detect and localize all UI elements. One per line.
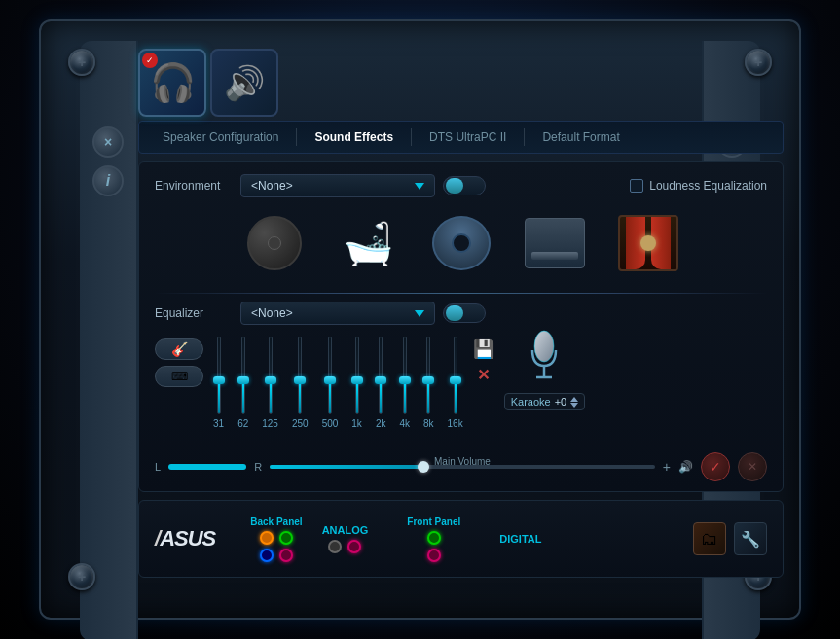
eq-guitar-button[interactable]: 🎸 (155, 338, 203, 360)
cancel-button[interactable]: ✕ (738, 452, 767, 481)
wrench-button[interactable]: 🔧 (734, 522, 767, 555)
env-icon-theater[interactable] (609, 209, 687, 277)
analog-dot-2[interactable] (347, 540, 361, 553)
eq-slider-track-500[interactable] (328, 337, 332, 414)
bottom-right-icons: 🗂 🔧 (693, 522, 767, 555)
folder-button[interactable]: 🗂 (693, 522, 726, 555)
eq-slider-track-250[interactable] (298, 337, 302, 414)
front-panel-label: Front Panel (407, 516, 460, 527)
eq-band-4k: 4k (399, 337, 410, 429)
env-icon-turntable[interactable] (422, 209, 500, 277)
asus-logo: /ASUS (155, 526, 215, 551)
eq-band-2k: 2k (376, 337, 386, 429)
eq-label-16k: 16k (448, 418, 463, 429)
front-panel-dots2 (427, 549, 441, 562)
eq-band-16k: 16k (448, 337, 463, 429)
confirm-button[interactable]: ✓ (701, 452, 730, 481)
env-icon-bathtub[interactable]: 🛁 (329, 209, 407, 277)
front-panel-group: Front Panel (407, 516, 460, 562)
front-panel-dot-green[interactable] (427, 531, 441, 545)
header-icons: ✓ 🎧 🔊 (138, 41, 784, 121)
tab-dts-ultrapc[interactable]: DTS UltraPC II (414, 124, 522, 150)
eq-slider-track-8k[interactable] (426, 337, 430, 414)
equalizer-dropdown-value: <None> (251, 306, 293, 320)
eq-slider-track-1k[interactable] (355, 337, 359, 414)
eq-slider-track-16k[interactable] (454, 337, 457, 414)
wrench-icon: 🔧 (741, 530, 760, 549)
left-side-button-1[interactable]: × (92, 126, 124, 158)
karaoke-increment-button[interactable] (570, 397, 578, 402)
back-panel-dot-green[interactable] (279, 531, 293, 545)
asus-logo-text: /ASUS (155, 526, 215, 551)
env-icon-disc[interactable] (236, 209, 313, 277)
back-panel-dot-blue[interactable] (260, 549, 274, 562)
karaoke-input-row: Karaoke +0 (504, 393, 586, 410)
eq-close-button[interactable]: ✕ (477, 366, 490, 384)
active-badge: ✓ (142, 53, 158, 68)
eq-label-250: 250 (292, 418, 309, 429)
volume-left-bar (168, 464, 246, 470)
eq-sliders-container: 31 62 (213, 329, 463, 437)
volume-plus-icon: + (663, 459, 671, 475)
equalizer-toggle[interactable] (443, 303, 486, 323)
eq-dropdown-arrow-icon (415, 310, 424, 317)
environment-dropdown-value: <None> (251, 179, 293, 193)
eq-slider-track-31[interactable] (217, 337, 221, 414)
eq-slider-track-125[interactable] (269, 337, 273, 414)
analog-dot-1[interactable] (328, 540, 342, 553)
eq-slider-track-2k[interactable] (379, 337, 383, 414)
eq-keyboard-button[interactable]: ⌨ (155, 366, 203, 387)
analog-dots (328, 540, 361, 553)
tab-sound-effects[interactable]: Sound Effects (299, 124, 409, 150)
volume-knob[interactable] (418, 461, 429, 473)
main-frame: × i × — ✓ 🎧 🔊 Speaker Configuration Soun… (39, 19, 801, 620)
headphone-icon-box[interactable]: ✓ 🎧 (138, 49, 206, 117)
volume-slider-container: Main Volume (270, 465, 655, 469)
volume-row: L R Main Volume + 🔊 ✓ (155, 444, 767, 489)
karaoke-section: Karaoke +0 (504, 329, 586, 410)
speaker-icon: 🔊 (224, 63, 265, 102)
front-panel-dots (427, 531, 441, 545)
karaoke-value: +0 (555, 396, 567, 408)
env-icon-box[interactable] (516, 209, 594, 277)
tab-default-format[interactable]: Default Format (527, 124, 635, 150)
analog-section: ANALOG (322, 524, 369, 553)
environment-dropdown[interactable]: <None> (240, 174, 435, 197)
loudness-checkbox[interactable] (630, 179, 643, 193)
environment-label: Environment (155, 179, 233, 193)
cancel-x-icon: ✕ (748, 460, 757, 474)
karaoke-spinbox (570, 397, 578, 408)
disc-icon (247, 216, 302, 270)
equalizer-dropdown[interactable]: <None> (240, 302, 435, 325)
environment-toggle[interactable] (443, 176, 486, 195)
volume-slider-track[interactable] (270, 465, 655, 469)
dropdown-arrow-icon (415, 183, 424, 190)
digital-label: DIGITAL (499, 533, 541, 545)
back-panel-dot-orange[interactable] (260, 531, 274, 545)
eq-slider-track-62[interactable] (241, 337, 245, 414)
back-panel-dot-pink[interactable] (279, 549, 293, 562)
volume-left-label: L (155, 461, 161, 473)
content-area: ✓ 🎧 🔊 Speaker Configuration Sound Effect… (138, 41, 784, 639)
bolt-top-left (68, 49, 95, 76)
confirm-check-icon: ✓ (710, 459, 721, 475)
environment-icons: 🛁 (155, 209, 767, 277)
eq-sliders: 31 62 (213, 329, 463, 437)
back-panel-dots-row2 (260, 549, 293, 562)
eq-side-buttons: 🎸 ⌨ (155, 338, 203, 387)
left-side-button-2[interactable]: i (92, 165, 124, 196)
loudness-row: Loudness Equalization (630, 179, 767, 193)
eq-save-button[interactable]: 💾 (473, 338, 494, 360)
guitar-icon: 🎸 (171, 341, 188, 357)
tab-speaker-config[interactable]: Speaker Configuration (147, 124, 294, 150)
karaoke-decrement-button[interactable] (570, 403, 578, 408)
nav-bar: Speaker Configuration Sound Effects DTS … (138, 121, 784, 154)
environment-row: Environment <None> Loudness Equalization (155, 174, 767, 197)
front-panel-dot-pink[interactable] (427, 549, 441, 562)
volume-right-label: R (254, 461, 262, 473)
eq-label-62: 62 (237, 418, 248, 429)
eq-slider-track-4k[interactable] (403, 337, 407, 414)
nav-sep-3 (524, 128, 525, 146)
section-separator (155, 293, 767, 294)
speaker-icon-box[interactable]: 🔊 (210, 49, 278, 117)
